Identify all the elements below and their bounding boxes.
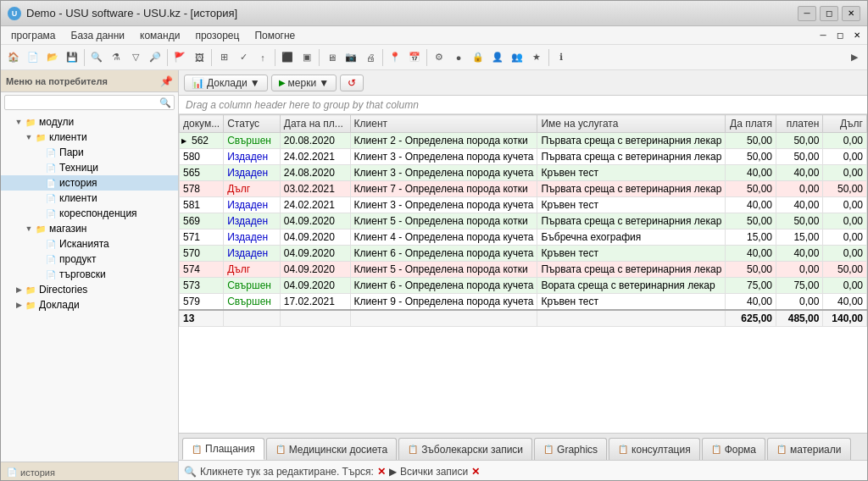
tab-graphics[interactable]: 📋Graphics: [534, 438, 607, 460]
sidebar-item-korespondencia[interactable]: 📄 кореспонденция: [1, 206, 178, 221]
tool-circle[interactable]: ●: [449, 48, 468, 67]
table-row[interactable]: 581 Издаден 24.02.2021 Клиент 3 - Опреде…: [180, 197, 867, 213]
tab-плащания[interactable]: 📋Плащания: [182, 438, 264, 460]
restore-button[interactable]: ◻: [820, 6, 838, 21]
sidebar-item-klienti-group[interactable]: ▼ 📁 клиенти: [1, 130, 178, 145]
tab-форма[interactable]: 📋Форма: [702, 438, 765, 460]
menu-programa[interactable]: програма: [4, 28, 63, 43]
tool-open[interactable]: 📂: [43, 48, 62, 67]
data-table-wrap[interactable]: докум... Статус Дата на пл... Клиент Име…: [179, 114, 867, 433]
col-header-status[interactable]: Статус: [224, 115, 281, 133]
tool-monitor[interactable]: 🖥: [322, 48, 341, 67]
table-row[interactable]: 571 Издаден 04.09.2020 Клиент 4 - Опреде…: [180, 229, 867, 246]
menu-pomogne[interactable]: Помогне: [248, 28, 302, 43]
col-header-date[interactable]: Дата на пл...: [280, 115, 350, 133]
sidebar-item-pari[interactable]: 📄 Пари: [1, 145, 178, 160]
sidebar-item-tehnici[interactable]: 📄 Техници: [1, 160, 178, 175]
sidebar-bottom: 📄 история: [1, 462, 178, 481]
tool-filter[interactable]: ⚗: [107, 48, 125, 67]
sidebar-item-magazin[interactable]: ▼ 📁 магазин: [1, 221, 178, 236]
filter-clear-2[interactable]: ✕: [471, 466, 480, 478]
menu-close-icon[interactable]: ✕: [850, 29, 864, 42]
tab-зъболекарски-записи[interactable]: 📋Зъболекарски записи: [398, 438, 532, 460]
tool-right[interactable]: ▣: [298, 48, 316, 67]
tool-location[interactable]: 📍: [386, 48, 404, 67]
sidebar-item-produkt[interactable]: 📄 продукт: [1, 252, 178, 267]
tool-image[interactable]: 🖼: [190, 48, 209, 67]
summary-debt: 140,00: [823, 310, 867, 327]
col-header-topay[interactable]: Да платя: [726, 115, 776, 133]
tool-home[interactable]: 🏠: [4, 48, 23, 67]
sidebar-search-input[interactable]: [4, 95, 175, 110]
tool-users[interactable]: 👥: [508, 48, 526, 67]
tool-left[interactable]: ⬛: [278, 48, 297, 67]
cell-topay: 75,00: [726, 278, 776, 294]
cell-debt: 50,00: [823, 262, 867, 278]
table-row[interactable]: 569 Издаден 04.09.2020 Клиент 5 - Опреде…: [180, 213, 867, 229]
table-row[interactable]: 578 Дълг 03.02.2021 Клиент 7 - Определен…: [180, 181, 867, 197]
tab-материали[interactable]: 📋материали: [767, 438, 850, 460]
reports-button[interactable]: 📊 Доклади ▼: [184, 75, 268, 91]
menu-prozorec[interactable]: прозорец: [188, 28, 246, 43]
table-row[interactable]: 574 Дълг 04.09.2020 Клиент 5 - Определен…: [180, 262, 867, 278]
tool-save[interactable]: 💾: [63, 48, 81, 67]
sidebar-item-klienti[interactable]: 📄 клиенти: [1, 191, 178, 206]
table-row[interactable]: 579 Свършен 17.02.2021 Клиент 9 - Опреде…: [180, 294, 867, 311]
tool-info[interactable]: ℹ: [552, 48, 570, 67]
cell-id: 579: [180, 294, 224, 311]
col-header-id[interactable]: докум...: [180, 115, 224, 133]
sidebar-item-iskaniyata[interactable]: 📄 Исканията: [1, 236, 178, 252]
expand-icon: ▼: [25, 224, 33, 233]
cell-service: Бъбречна ехография: [537, 229, 726, 246]
tool-calendar2[interactable]: 📅: [405, 48, 424, 67]
sidebar-item-moduli[interactable]: ▼ 📁 модули: [1, 114, 178, 130]
table-row[interactable]: ▶ 562 Свършен 20.08.2020 Клиент 2 - Опре…: [180, 133, 867, 149]
table-row[interactable]: 580 Издаден 24.02.2021 Клиент 3 - Опреде…: [180, 149, 867, 165]
tool-check[interactable]: ✓: [234, 48, 253, 67]
cell-date: 24.08.2020: [280, 165, 350, 181]
tool-filter2[interactable]: 🔎: [146, 48, 164, 67]
cell-debt: 0,00: [823, 213, 867, 229]
sidebar-item-dokladi[interactable]: ▶ 📁 Доклади: [1, 297, 178, 312]
tool-settings[interactable]: ⚙: [430, 48, 448, 67]
cell-status: Издаден: [224, 213, 281, 229]
tool-up[interactable]: ↑: [253, 48, 272, 67]
tab-консултация[interactable]: 📋консултация: [609, 438, 700, 460]
summary-empty-3: [350, 310, 537, 327]
menu-minimize-icon[interactable]: ─: [816, 29, 830, 42]
menu-baza-danni[interactable]: База данни: [64, 28, 132, 43]
sidebar-item-label: продукт: [59, 253, 96, 265]
measures-button[interactable]: ▶ мерки ▼: [271, 75, 337, 91]
tool-lock[interactable]: 🔒: [469, 48, 487, 67]
tab-медицински-досиета[interactable]: 📋Медицински досиета: [266, 438, 397, 460]
table-row[interactable]: 573 Свършен 04.09.2020 Клиент 6 - Опреде…: [180, 278, 867, 294]
menu-restore-icon[interactable]: ◻: [833, 29, 847, 42]
spacer: [35, 194, 43, 202]
menu-komandi[interactable]: команди: [133, 28, 186, 43]
col-header-debt[interactable]: Дълг: [823, 115, 867, 133]
tool-print[interactable]: 🖨: [361, 48, 380, 67]
filter-clear-1[interactable]: ✕: [377, 466, 386, 478]
minimize-button[interactable]: ─: [798, 6, 816, 21]
tool-grid[interactable]: ⊞: [214, 48, 233, 67]
col-header-client[interactable]: Клиент: [350, 115, 537, 133]
folder-icon: 📁: [35, 223, 47, 235]
spacer: [35, 255, 43, 263]
refresh-button[interactable]: ↺: [340, 75, 364, 91]
table-row[interactable]: 570 Издаден 04.09.2020 Клиент 6 - Опреде…: [180, 246, 867, 262]
tool-flag[interactable]: 🚩: [170, 48, 189, 67]
col-header-paid[interactable]: платен: [776, 115, 823, 133]
sidebar-item-targovski[interactable]: 📄 търговски: [1, 267, 178, 282]
table-row[interactable]: 565 Издаден 24.08.2020 Клиент 3 - Опреде…: [180, 165, 867, 181]
sidebar-item-historia[interactable]: 📄 история: [1, 175, 178, 191]
sidebar-item-directories[interactable]: ▶ 📁 Directories: [1, 282, 178, 297]
tool-new[interactable]: 📄: [24, 48, 42, 67]
tool-nav-right[interactable]: ▶: [845, 48, 864, 67]
col-header-service[interactable]: Име на услугата: [537, 115, 726, 133]
tool-search[interactable]: 🔍: [87, 48, 106, 67]
tool-star[interactable]: ★: [527, 48, 546, 67]
close-button[interactable]: ✕: [842, 6, 860, 21]
tool-user[interactable]: 👤: [488, 48, 507, 67]
tool-funnel[interactable]: ▽: [126, 48, 145, 67]
tool-camera[interactable]: 📷: [342, 48, 360, 67]
